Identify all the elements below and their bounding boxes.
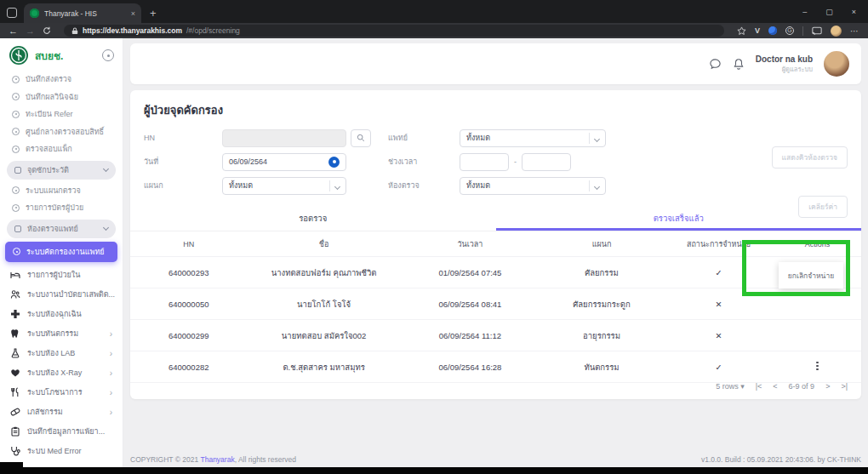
dept-select-value: ทั้งหมด xyxy=(229,180,253,191)
rows-per-page-select[interactable]: 5 rows ▾ xyxy=(716,382,745,391)
doctor-label: แพทย์ xyxy=(388,132,460,144)
new-tab-button[interactable]: + xyxy=(150,7,157,20)
hn-label: HN xyxy=(144,134,222,142)
last-page-button[interactable]: >| xyxy=(841,382,848,391)
row-actions-menu-icon[interactable] xyxy=(810,357,825,374)
next-page-button[interactable]: > xyxy=(825,382,830,391)
extension-blue-icon[interactable] xyxy=(768,26,777,35)
sidebar-group-doctor-room[interactable]: ห้องตรวจแพทย์ xyxy=(7,220,116,238)
col-dept: แผนก xyxy=(540,231,664,257)
first-page-button[interactable]: |< xyxy=(756,382,762,391)
address-bar[interactable]: https://dev.thanyarakhis.com/#/opd/scree… xyxy=(64,25,724,37)
chevron-right-icon: › xyxy=(110,408,112,417)
sidebar-item-xray[interactable]: ระบบห้อง X-Ray› xyxy=(0,363,123,383)
tab-waiting[interactable]: รอตรวจ xyxy=(130,206,496,231)
window-maximize-button[interactable]: ▢ xyxy=(825,8,833,16)
pill-icon xyxy=(10,407,20,417)
sidebar-item-send-exam[interactable]: บันทึกส่งตรวจ xyxy=(0,71,123,89)
doctor-select-value: ทั้งหมด xyxy=(466,132,490,144)
cell-hn: 640000050 xyxy=(130,288,247,320)
sidebar-item-nutrition[interactable]: ระบบโภชนาการ› xyxy=(0,383,123,403)
chat-icon[interactable] xyxy=(709,58,722,71)
sidebar-item-label: ระบบห้องฉุกเฉิน xyxy=(27,308,82,320)
browser-profile-avatar[interactable] xyxy=(831,26,842,37)
sidebar-item-label: ระบบคัดกรองงานแพทย์ xyxy=(26,246,105,258)
sidebar-item-inpatient[interactable]: รายการผู้ป่วยใน xyxy=(0,266,123,285)
sidebar-item-screening-active[interactable]: ระบบคัดกรองงานแพทย์ xyxy=(5,242,117,262)
sidebar-group-history-point[interactable]: จุดซักประวัติ xyxy=(7,161,116,180)
show-queue-button[interactable]: แสดงคิวห้องตรวจ xyxy=(772,146,848,168)
sidebar-item-drug-rehab[interactable]: ระบบงานบำบัดยาเสพติด... xyxy=(0,285,123,305)
time-range-label: ช่วงเวลา xyxy=(388,156,460,168)
sidebar-item-label: ระบบโภชนาการ xyxy=(27,386,83,398)
sidebar-item-check-pack[interactable]: ตรวจสอบแพ็ก xyxy=(0,140,123,158)
sidebar-item-diagnosis[interactable]: บันทึกผลวินิจฉัย xyxy=(0,89,123,106)
time-to-input[interactable] xyxy=(522,153,571,171)
sidebar-item-drug-allergy[interactable]: บันทึกข้อมูลการแพ้ยา... xyxy=(0,422,123,442)
user-avatar[interactable] xyxy=(824,51,849,77)
chevron-down-icon xyxy=(103,165,109,171)
dot-icon xyxy=(12,111,20,118)
page-range-label: 6-9 of 9 xyxy=(789,382,815,391)
sidebar-collapse-icon[interactable] xyxy=(102,49,114,61)
browser-tab[interactable]: Thanyarak - HIS × xyxy=(24,3,141,23)
stethoscope-icon xyxy=(10,446,20,456)
sidebar-group-label: ห้องตรวจแพทย์ xyxy=(27,223,78,235)
search-button[interactable] xyxy=(351,129,371,147)
extension-g-icon[interactable]: G xyxy=(785,26,794,35)
result-tabs: รอตรวจ ตรวจเสร็จแล้ว xyxy=(130,206,861,231)
forward-icon[interactable]: → xyxy=(26,26,35,36)
browser-menu-icon[interactable]: ⋯ xyxy=(850,26,859,36)
toolbar-divider xyxy=(802,26,803,36)
taskbar-start-notch xyxy=(0,462,23,474)
cell-dept: ศัลยกรรมกระดูก xyxy=(540,288,664,320)
app-logo-text: สบยช. xyxy=(35,48,63,64)
sidebar-item-rights-check[interactable]: ศูนย์กลางตรวจสอบสิทธิ์ xyxy=(0,123,123,141)
cell-hn: 640000293 xyxy=(130,257,247,288)
dept-select[interactable]: ทั้งหมด xyxy=(222,177,346,195)
sidebar-item-patient-card[interactable]: รายการบัตรผู้ป่วย xyxy=(0,199,123,217)
table-row: 640000050 นายโกโก้ โจโจ้ 06/09/2564 08:4… xyxy=(130,288,861,320)
sidebar-item-dental[interactable]: ระบบทันตกรรม› xyxy=(0,324,123,344)
refresh-icon[interactable] xyxy=(43,26,51,35)
cell-datetime: 01/09/2564 07:45 xyxy=(401,257,540,288)
date-value: 06/09/2564 xyxy=(229,157,267,166)
user-name: Doctor na kub xyxy=(756,54,813,66)
prev-page-button[interactable]: < xyxy=(773,382,777,391)
time-from-input[interactable] xyxy=(460,153,509,171)
cast-icon[interactable] xyxy=(812,26,822,35)
room-select[interactable]: ทั้งหมด xyxy=(460,177,606,195)
sidebar-item-exam-dept[interactable]: ระบบแผนกตรวจ xyxy=(0,182,123,200)
sidebar-item-pharmacy[interactable]: เภสัชกรรม› xyxy=(0,403,123,422)
user-block[interactable]: Doctor na kub ผู้ดูแลระบบ xyxy=(756,54,813,73)
cell-hn: 640000282 xyxy=(130,351,247,383)
window-close-button[interactable]: × xyxy=(852,8,856,16)
cancel-discharge-menu-item[interactable]: ยกเลิกจำหน่าย xyxy=(779,262,843,288)
favorites-icon[interactable] xyxy=(737,26,746,36)
back-icon[interactable]: ← xyxy=(9,26,18,36)
doctor-select[interactable]: ทั้งหมด xyxy=(460,129,606,147)
tab-search-icon[interactable] xyxy=(7,8,17,18)
sidebar-item-refer[interactable]: ทะเบียน Refer xyxy=(0,106,123,123)
extension-v-icon[interactable]: V xyxy=(755,26,760,35)
sidebar-item-label: ระบบทันตกรรม xyxy=(27,328,78,340)
hn-input[interactable] xyxy=(222,129,346,147)
chevron-down-icon xyxy=(594,135,600,141)
tooth-icon xyxy=(10,328,20,339)
dot-icon xyxy=(13,248,20,255)
calendar-icon[interactable] xyxy=(328,157,340,168)
sidebar-item-lab[interactable]: ระบบห้อง LAB› xyxy=(0,344,123,363)
sidebar-item-emergency[interactable]: ระบบห้องฉุกเฉิน xyxy=(0,305,123,324)
tab-title: Thanyarak - HIS xyxy=(44,9,126,18)
notification-bell-icon[interactable] xyxy=(733,58,745,71)
clear-button[interactable]: เคลียร์ค่า xyxy=(798,196,848,218)
dot-icon xyxy=(12,204,20,212)
date-input[interactable]: 06/09/2564 xyxy=(222,153,346,171)
sidebar-item-label: ตรวจสอบแพ็ก xyxy=(26,143,72,155)
sidebar-item-med-error[interactable]: ระบบ Med Error xyxy=(0,442,123,461)
window-minimize-button[interactable]: – xyxy=(802,8,807,16)
brand-link[interactable]: Thanyarak xyxy=(200,455,234,464)
tab-close-icon[interactable]: × xyxy=(131,9,135,18)
chevron-right-icon: › xyxy=(110,368,112,378)
browser-toolbar: ← → https://dev.thanyarakhis.com/#/opd/s… xyxy=(0,23,868,38)
